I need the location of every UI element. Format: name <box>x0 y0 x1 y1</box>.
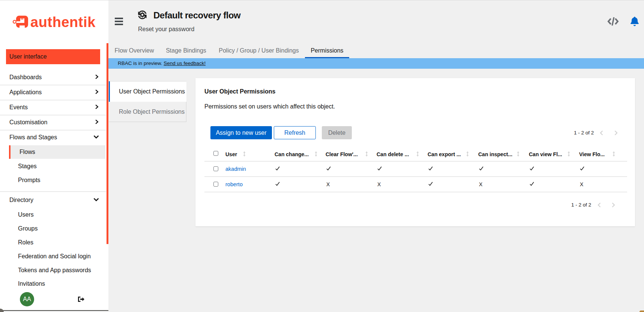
svg-text:authentik: authentik <box>30 14 96 30</box>
